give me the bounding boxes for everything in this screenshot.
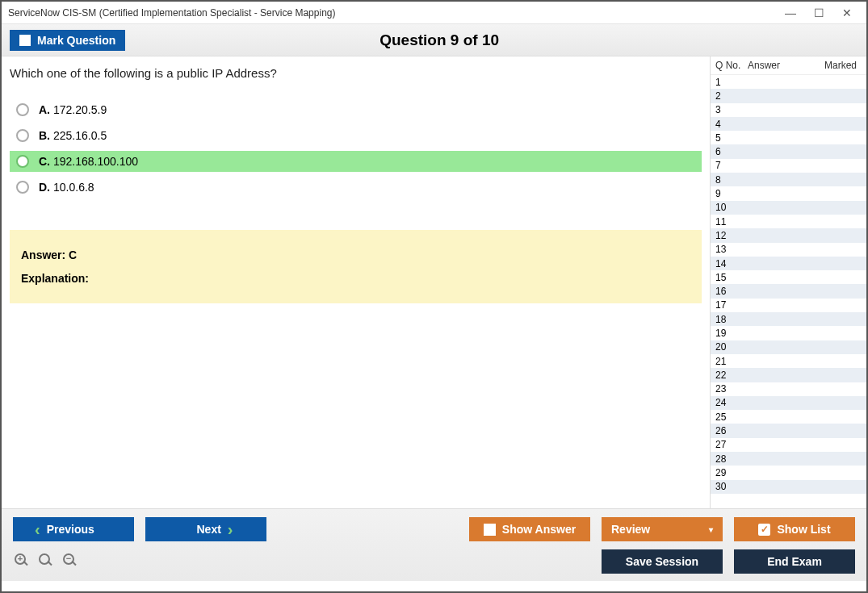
question-list-row[interactable]: 29 [711, 466, 866, 479]
option-letter: D. [39, 181, 50, 194]
bottom-toolbar: Previous Next Show Answer Review ▾ ✓ Sho… [2, 508, 866, 581]
window-title: ServiceNow CIS-SM (Certified Implementat… [8, 7, 785, 19]
next-button[interactable]: Next [145, 517, 266, 541]
answer-option-B[interactable]: B. 225.16.0.5 [10, 125, 702, 146]
question-panel: Which one of the following is a public I… [2, 56, 710, 508]
row-qno: 21 [715, 356, 748, 367]
option-text: 172.20.5.9 [53, 103, 107, 116]
question-list-row[interactable]: 16 [711, 284, 866, 298]
question-list-row[interactable]: 14 [711, 257, 866, 270]
question-list-row[interactable]: 1 [711, 75, 866, 89]
radio-icon [16, 181, 29, 194]
question-list-row[interactable]: 15 [711, 270, 866, 284]
chevron-left-icon [35, 520, 40, 539]
answer-box: Answer: C Explanation: [10, 230, 702, 303]
row-qno: 24 [715, 397, 748, 408]
explanation-label: Explanation: [21, 268, 690, 290]
review-dropdown[interactable]: Review ▾ [602, 517, 723, 541]
row-qno: 6 [715, 146, 748, 157]
end-exam-button[interactable]: End Exam [734, 549, 855, 574]
maximize-icon[interactable]: ☐ [814, 6, 824, 19]
window-controls: — ☐ ✕ [785, 6, 860, 19]
col-marked: Marked [804, 60, 862, 71]
question-list-row[interactable]: 6 [711, 144, 866, 158]
question-list-row[interactable]: 19 [711, 326, 866, 340]
question-list-row[interactable]: 7 [711, 159, 866, 173]
question-list-row[interactable]: 20 [711, 340, 866, 354]
show-answer-label: Show Answer [502, 523, 576, 536]
row-qno: 11 [715, 216, 748, 228]
answer-option-D[interactable]: D. 10.0.6.8 [10, 177, 702, 198]
question-list-row[interactable]: 22 [711, 368, 866, 382]
question-list-row[interactable]: 13 [711, 243, 866, 257]
save-session-label: Save Session [626, 555, 698, 568]
question-list-row[interactable]: 11 [711, 215, 866, 228]
row-qno: 20 [715, 341, 748, 353]
minimize-icon[interactable]: — [785, 6, 796, 19]
question-list-row[interactable]: 23 [711, 382, 866, 396]
row-qno: 14 [715, 258, 748, 269]
checked-icon: ✓ [758, 524, 770, 536]
question-number-title: Question 9 of 10 [20, 31, 858, 49]
previous-button[interactable]: Previous [13, 517, 134, 541]
question-list-row[interactable]: 12 [711, 228, 866, 242]
question-list-row[interactable]: 8 [711, 173, 866, 186]
chevron-down-icon: ▾ [709, 525, 713, 534]
option-letter: A. [39, 103, 50, 116]
show-list-button[interactable]: ✓ Show List [734, 517, 855, 541]
close-icon[interactable]: ✕ [842, 6, 852, 19]
row-qno: 26 [715, 425, 748, 436]
row-qno: 1 [715, 77, 748, 88]
row-qno: 25 [715, 411, 748, 423]
col-answer: Answer [748, 60, 804, 71]
question-list-row[interactable]: 4 [711, 117, 866, 131]
question-list-rows[interactable]: 1234567891011121314151617181920212223242… [711, 75, 866, 508]
review-label: Review [611, 523, 650, 536]
top-toolbar: Mark Question Question 9 of 10 [2, 24, 866, 56]
row-qno: 12 [715, 230, 748, 241]
question-list-row[interactable]: 28 [711, 452, 866, 466]
question-list-row[interactable]: 2 [711, 89, 866, 102]
answer-option-C[interactable]: C. 192.168.100.100 [10, 151, 702, 172]
row-qno: 10 [715, 202, 748, 213]
window-titlebar: ServiceNow CIS-SM (Certified Implementat… [2, 2, 866, 24]
row-qno: 27 [715, 439, 748, 450]
row-qno: 9 [715, 188, 748, 199]
row-qno: 29 [715, 467, 748, 478]
zoom-icon[interactable] [39, 553, 55, 570]
question-list-header: Q No. Answer Marked [711, 56, 866, 75]
next-label: Next [196, 523, 220, 536]
question-list-row[interactable]: 26 [711, 424, 866, 437]
answer-option-A[interactable]: A. 172.20.5.9 [10, 99, 702, 120]
row-qno: 2 [715, 90, 748, 102]
row-qno: 4 [715, 119, 748, 130]
answer-label: Answer: C [21, 244, 690, 266]
option-text: 225.16.0.5 [53, 129, 107, 142]
zoom-controls: + − [13, 553, 79, 570]
option-text: 192.168.100.100 [53, 155, 138, 168]
question-list-panel: Q No. Answer Marked 12345678910111213141… [710, 56, 866, 508]
content-area: Which one of the following is a public I… [2, 56, 866, 508]
question-list-row[interactable]: 17 [711, 299, 866, 312]
question-list-row[interactable]: 5 [711, 131, 866, 144]
zoom-in-icon[interactable]: + [15, 553, 31, 570]
zoom-out-icon[interactable]: − [63, 553, 79, 570]
question-list-row[interactable]: 21 [711, 354, 866, 368]
checkbox-icon [484, 524, 496, 536]
row-qno: 18 [715, 314, 748, 325]
question-list-row[interactable]: 30 [711, 480, 866, 494]
show-answer-button[interactable]: Show Answer [469, 517, 590, 541]
question-list-row[interactable]: 24 [711, 396, 866, 410]
save-session-button[interactable]: Save Session [602, 549, 723, 574]
row-qno: 28 [715, 453, 748, 465]
question-list-row[interactable]: 18 [711, 312, 866, 326]
question-list-row[interactable]: 10 [711, 201, 866, 215]
question-list-row[interactable]: 3 [711, 103, 866, 117]
row-qno: 16 [715, 286, 748, 297]
question-text: Which one of the following is a public I… [10, 66, 702, 80]
question-list-row[interactable]: 25 [711, 410, 866, 424]
question-list-row[interactable]: 9 [711, 186, 866, 200]
question-list-row[interactable]: 27 [711, 438, 866, 452]
row-qno: 5 [715, 132, 748, 144]
row-qno: 23 [715, 383, 748, 395]
